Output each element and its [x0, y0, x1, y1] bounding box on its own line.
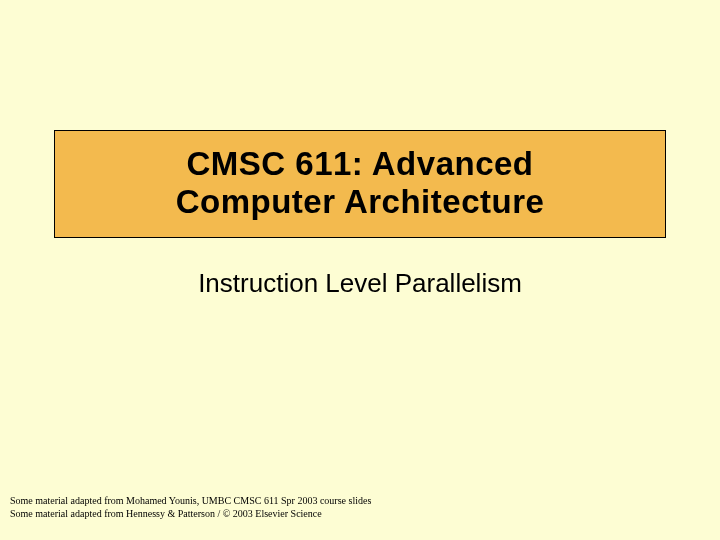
footer-line-2: Some material adapted from Hennessy & Pa… — [10, 508, 371, 521]
slide-title: CMSC 611: Advanced Computer Architecture — [75, 145, 645, 221]
attribution-footer: Some material adapted from Mohamed Youni… — [10, 495, 371, 520]
slide-subtitle: Instruction Level Parallelism — [0, 268, 720, 299]
title-line-1: CMSC 611: Advanced — [186, 145, 533, 182]
footer-line-1: Some material adapted from Mohamed Youni… — [10, 495, 371, 508]
title-banner: CMSC 611: Advanced Computer Architecture — [54, 130, 666, 238]
title-line-2: Computer Architecture — [176, 183, 545, 220]
